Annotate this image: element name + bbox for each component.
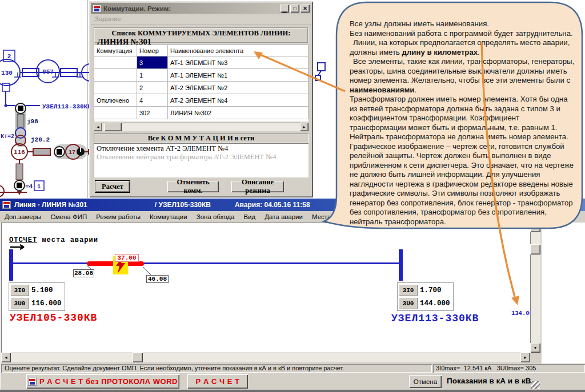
voltage-value[interactable]: 144.000 bbox=[418, 297, 452, 309]
cell-komm[interactable] bbox=[94, 69, 137, 82]
table-horizontal-scrollbar[interactable]: ◄ ► bbox=[94, 123, 308, 131]
scrollbar-thumb[interactable] bbox=[105, 123, 122, 131]
cell-num[interactable]: 2 bbox=[137, 82, 168, 94]
table-header-row: Коммутация Номер Наименование элемента bbox=[94, 45, 308, 56]
node113-label: УЗЕЛ113-330КВ bbox=[42, 103, 91, 110]
cell-komm[interactable] bbox=[94, 56, 137, 69]
table-row[interactable]: 3 АТ-1 ЭЛЕМЕНТ №3 bbox=[94, 56, 308, 69]
menu-vid[interactable]: Вид bbox=[239, 213, 260, 220]
current-label[interactable]: 3I0 bbox=[10, 284, 29, 296]
cell-num[interactable]: 302 bbox=[137, 107, 168, 119]
right-bus-bar[interactable] bbox=[399, 249, 403, 281]
cell-komm[interactable]: Отключено bbox=[94, 94, 137, 107]
cell-name[interactable]: АТ-2 ЭЛЕМЕНТ №4 bbox=[168, 94, 308, 107]
cancel-button[interactable]: Отмена bbox=[409, 375, 442, 388]
scroll-right-icon[interactable]: ► bbox=[300, 123, 308, 131]
commutations-dialog: Коммутации. Режим: ▁ □ ✕ Задание Список … bbox=[89, 1, 313, 197]
gen857-label: 857 bbox=[42, 68, 54, 75]
close-icon[interactable]: ✕ bbox=[300, 5, 310, 13]
minimize-button[interactable]: ▁ bbox=[280, 5, 289, 13]
window-background bbox=[542, 223, 585, 363]
network-schematic: 2 130 857 УЗЕЛ113-330КВ j98 Кт=2 j28.2 1… bbox=[0, 46, 91, 200]
right-node-name: УЗЕЛ113-330КВ bbox=[391, 313, 479, 324]
distance-right-label: 46.08 bbox=[146, 275, 169, 283]
cell-num[interactable]: 1 bbox=[137, 69, 168, 82]
cell-name[interactable]: АТ-2 ЭЛЕМЕНТ №2 bbox=[168, 82, 308, 94]
table-row[interactable]: 302 ЛИНИЯ №302 bbox=[94, 107, 308, 119]
horizontal-scrollbar[interactable]: ◄ ► bbox=[1, 353, 530, 362]
j282-label: j28.2 bbox=[31, 136, 50, 143]
cell-name[interactable]: АТ-1 ЭЛЕМЕНТ №3 bbox=[168, 56, 308, 69]
list-header-panel: Список КОММУТИРУЕМЫХ ЭЛЕМЕНТОВ ЛИНИИ: ЛИ… bbox=[94, 27, 308, 43]
calc-without-word-button[interactable]: Р А С Ч Е Т без ПРОТОКОЛА WORD bbox=[26, 374, 179, 389]
scroll-left-icon[interactable]: ◄ bbox=[94, 123, 102, 131]
cell-num-selected[interactable]: 3 bbox=[137, 56, 168, 69]
cancel-commutation-button[interactable]: Отменить комм. bbox=[167, 181, 219, 192]
tag1-label: 1 bbox=[37, 183, 41, 190]
screen: 2 130 857 УЗЕЛ113-330КВ j98 Кт=2 j28.2 1… bbox=[0, 0, 585, 392]
table-row[interactable]: 2 АТ-2 ЭЛЕМЕНТ №2 bbox=[94, 82, 308, 94]
calc-button[interactable]: Расчет bbox=[95, 180, 130, 193]
left-node-name: УЗЕЛ105-330КВ bbox=[10, 312, 97, 324]
dialog-title-bar[interactable]: Коммутации. Режим: ▁ □ ✕ bbox=[91, 3, 311, 14]
left-bus-bar[interactable] bbox=[9, 249, 13, 281]
impedance-icon[interactable] bbox=[33, 148, 50, 155]
window-title-fault: Авария: 04.05.16 11:58 bbox=[235, 201, 310, 209]
j98-label: j98 bbox=[27, 118, 38, 125]
voltage-value[interactable]: 116.000 bbox=[29, 297, 63, 309]
current-value[interactable]: 5.100 bbox=[29, 284, 63, 296]
col-naimenovanie[interactable]: Наименование элемента bbox=[168, 45, 308, 56]
menu-item-zadanie[interactable]: Задание bbox=[91, 15, 125, 22]
voltage-label[interactable]: 3U0 bbox=[10, 297, 29, 309]
commutation-item-muted[interactable]: Отключение нейтрали трасформатора АТ-2 Э… bbox=[97, 153, 306, 161]
resize-grip[interactable] bbox=[531, 381, 540, 389]
cell-komm[interactable] bbox=[94, 107, 137, 119]
menu-rezhim-raboty[interactable]: Режим работы bbox=[91, 213, 145, 220]
menu-zona-obhoda[interactable]: Зона обхода bbox=[192, 213, 239, 220]
kt2-label: Кт=2 bbox=[1, 134, 14, 140]
clock-element-icon[interactable] bbox=[77, 148, 89, 156]
menu-kommutacii[interactable]: Коммутации bbox=[145, 213, 192, 220]
origin-arrow-icon bbox=[10, 245, 24, 249]
transmission-line[interactable] bbox=[13, 262, 400, 264]
breaker-icon[interactable] bbox=[54, 147, 65, 157]
left-measurements: 3I0 5.100 3U0 116.000 bbox=[9, 282, 65, 311]
scrollbar-thumb[interactable] bbox=[133, 353, 143, 362]
commutation-item[interactable]: Отключение элемента АТ-2 ЭЛЕМЕНТ №4 bbox=[97, 144, 306, 153]
scrollbar-thumb[interactable] bbox=[530, 244, 540, 254]
diagram-canvas[interactable]: ОТСЧЕТ места аварии 37.08 28.08 46.08 bbox=[1, 223, 540, 362]
scrollbar-corner bbox=[530, 353, 540, 362]
menu-smena-fip[interactable]: Смена ФИП bbox=[46, 213, 91, 220]
scroll-left-icon[interactable]: ◄ bbox=[1, 353, 11, 362]
table-row[interactable]: Отключено 4 АТ-2 ЭЛЕМЕНТ №4 bbox=[94, 94, 308, 107]
menu-data-avarii[interactable]: Дата аварии bbox=[260, 213, 307, 220]
breaker-icon[interactable] bbox=[15, 103, 26, 114]
node-dot bbox=[5, 104, 7, 107]
col-nomer[interactable]: Номер bbox=[137, 45, 168, 56]
maximize-button[interactable]: □ bbox=[290, 5, 299, 13]
voltage-label[interactable]: 3U0 bbox=[399, 297, 418, 309]
table-row[interactable]: 1 АТ-1 ЭЛЕМЕНТ №1 bbox=[94, 69, 308, 82]
current-label[interactable]: 3I0 bbox=[399, 284, 418, 296]
calc-button[interactable]: Р А С Ч Е Т bbox=[187, 374, 248, 389]
scroll-right-icon[interactable]: ► bbox=[520, 353, 530, 362]
vertical-scrollbar[interactable]: ▲ ▼ bbox=[530, 223, 540, 353]
commutations-listbox[interactable]: Отключение элемента АТ-2 ЭЛЕМЕНТ №4 Откл… bbox=[94, 143, 308, 177]
gen17-label: 17 bbox=[69, 149, 75, 156]
breaker-icon[interactable] bbox=[14, 180, 25, 195]
reactor-icon[interactable] bbox=[17, 114, 24, 127]
window-bottom-edge bbox=[0, 390, 585, 392]
cell-komm[interactable] bbox=[94, 82, 137, 94]
menu-dop-zamery[interactable]: Доп.замеры bbox=[0, 213, 46, 220]
describe-mode-button[interactable]: Описание режима bbox=[231, 181, 284, 192]
status-maxima: 3I0max= 12.541 кА 3U0max= 305 bbox=[433, 364, 585, 373]
bus-element-icon[interactable] bbox=[2, 83, 10, 91]
window-title: Линия - ЛИНИЯ №301 bbox=[14, 201, 87, 209]
reactor-icon[interactable] bbox=[16, 164, 23, 180]
col-kommutacia[interactable]: Коммутация bbox=[94, 45, 137, 56]
cell-name[interactable]: ЛИНИЯ №302 bbox=[168, 107, 308, 119]
current-value[interactable]: 1.700 bbox=[418, 284, 452, 296]
cell-name[interactable]: АТ-1 ЭЛЕМЕНТ №1 bbox=[168, 69, 308, 82]
cell-num[interactable]: 4 bbox=[137, 94, 168, 107]
scroll-down-icon[interactable]: ▼ bbox=[530, 343, 540, 353]
